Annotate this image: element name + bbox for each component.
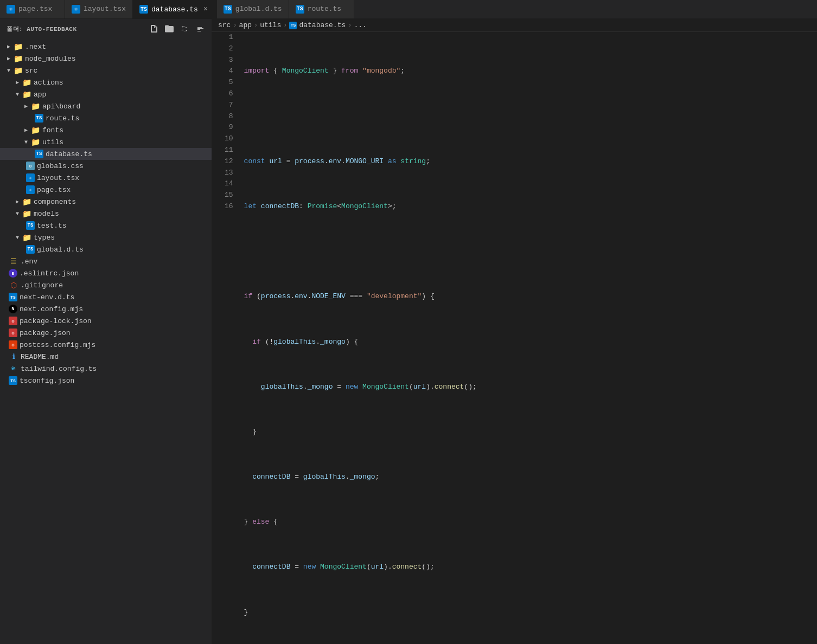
breadcrumb-sep-1: › — [233, 22, 237, 29]
tsx-icon-layout: ⚛ — [26, 173, 35, 182]
models-label: models — [34, 210, 59, 218]
sidebar-item-package-lock[interactable]: ⚙ package-lock.json — [0, 315, 212, 327]
sidebar-item-next-config[interactable]: N next.config.mjs — [0, 303, 212, 315]
database-tab-close[interactable]: × — [201, 5, 210, 14]
env-icon: ☰ — [9, 256, 18, 266]
sidebar-item-package-json[interactable]: ⚙ package.json — [0, 327, 212, 339]
folder-icon-app: 📁 — [22, 89, 31, 99]
utils-label: utils — [42, 138, 63, 146]
refresh-btn[interactable] — [179, 23, 190, 34]
app-label: app — [34, 91, 46, 99]
sidebar-item-app[interactable]: ▼ 📁 app — [0, 88, 212, 100]
sidebar-item-test-ts[interactable]: TS test.ts — [0, 220, 212, 231]
code-line-12: connectDB = new MongoClient(url).connect… — [244, 562, 817, 573]
folder-icon-types: 📁 — [22, 233, 31, 242]
main-layout: 폴더: AUTO-FEEDBACK ▶ — [0, 19, 817, 644]
sidebar-item-eslintrc[interactable]: E .eslintrc.json — [0, 267, 212, 279]
ts-icon-route: TS — [35, 114, 43, 123]
folder-icon-fonts: 📁 — [30, 125, 40, 135]
readme-label: README.md — [21, 353, 59, 361]
ts-icon-database: TS — [35, 150, 43, 158]
sidebar-item-node-modules[interactable]: ▶ 📁 node_modules — [0, 53, 212, 65]
sidebar-item-types[interactable]: ▼ 📁 types — [0, 231, 212, 243]
layout-tab-icon: ⚛ — [72, 5, 80, 14]
sidebar: 폴더: AUTO-FEEDBACK ▶ — [0, 19, 212, 644]
new-file-btn[interactable] — [149, 23, 159, 34]
line-num-11: 11 — [225, 145, 233, 156]
code-line-9: } — [244, 427, 817, 438]
route-tab-label: route.ts — [308, 5, 341, 13]
breadcrumb-utils[interactable]: utils — [260, 21, 281, 29]
chevron-right-icon: ▶ — [13, 78, 22, 87]
sidebar-item-route-ts[interactable]: TS route.ts — [0, 112, 212, 124]
fonts-label: fonts — [42, 126, 63, 134]
layout-tab-label: layout.tsx — [84, 5, 126, 13]
line-num-4: 4 — [225, 66, 233, 77]
sidebar-item-models[interactable]: ▼ 📁 models — [0, 208, 212, 220]
global-d-tab-label: global.d.ts — [235, 5, 282, 13]
page-tab-icon: ⚛ — [7, 5, 15, 14]
database-tab-label: database.ts — [151, 5, 198, 14]
sidebar-item-globals-css[interactable]: ⚙ globals.css — [0, 160, 212, 172]
tsconfig-label: tsconfig.json — [20, 377, 74, 385]
sidebar-item-next-env[interactable]: TS next-env.d.ts — [0, 291, 212, 303]
sidebar-item-tailwind[interactable]: ≋ tailwind.config.ts — [0, 363, 212, 375]
code-line-5 — [244, 246, 817, 257]
types-label: types — [34, 234, 55, 242]
sidebar-item-api-board[interactable]: ▶ 📁 api\board — [0, 100, 212, 112]
code-line-13: } — [244, 607, 817, 619]
tab-page[interactable]: ⚛ page.tsx — [0, 0, 65, 18]
code-editor[interactable]: 1 2 3 4 5 6 7 8 9 10 11 12 13 14 15 16 i… — [212, 32, 817, 644]
sidebar-item-components[interactable]: ▶ 📁 components — [0, 196, 212, 208]
sidebar-item-next[interactable]: ▶ 📁 .next — [0, 41, 212, 53]
line-num-9: 9 — [225, 122, 233, 133]
database-ts-label: database.ts — [46, 150, 92, 158]
sidebar-item-readme[interactable]: ℹ README.md — [0, 351, 212, 363]
code-line-3: const url = process.env.MONGO_URI as str… — [244, 156, 817, 168]
next-icon: N — [9, 305, 17, 313]
tab-layout[interactable]: ⚛ layout.tsx — [65, 0, 133, 18]
sidebar-item-utils[interactable]: ▼ 📁 utils — [0, 136, 212, 148]
folder-icon-utils: 📁 — [30, 137, 40, 147]
src-label: src — [25, 67, 37, 75]
code-content[interactable]: import { MongoClient } from "mongodb"; c… — [242, 32, 817, 644]
sidebar-item-src[interactable]: ▼ 📁 src — [0, 65, 212, 76]
node-modules-label: node_modules — [25, 55, 76, 63]
sidebar-item-fonts[interactable]: ▶ 📁 fonts — [0, 124, 212, 136]
line-num-13: 13 — [225, 168, 233, 179]
breadcrumb-file[interactable]: database.ts — [299, 21, 346, 29]
global-d-tab-icon: TS — [224, 5, 232, 14]
tab-bar: ⚛ page.tsx ⚛ layout.tsx TS database.ts ×… — [0, 0, 817, 19]
tab-route[interactable]: TS route.ts — [289, 0, 354, 18]
breadcrumb-ts-icon: TS — [289, 22, 297, 29]
chevron-down-icon: ▼ — [13, 233, 22, 242]
breadcrumb: src › app › utils › TS database.ts › ... — [212, 19, 817, 32]
collapse-btn[interactable] — [194, 23, 205, 34]
sidebar-item-database-ts[interactable]: TS database.ts — [0, 148, 212, 160]
sidebar-item-gitignore[interactable]: ⬡ .gitignore — [0, 279, 212, 291]
new-folder-btn[interactable] — [164, 23, 175, 34]
breadcrumb-ellipsis[interactable]: ... — [354, 21, 366, 29]
line-num-15: 15 — [225, 190, 233, 201]
breadcrumb-src[interactable]: src — [218, 21, 231, 29]
ts-icon-tsconfig: TS — [9, 376, 17, 385]
sidebar-item-page-tsx[interactable]: ⚛ page.tsx — [0, 184, 212, 196]
ts-icon-next-env: TS — [9, 293, 17, 301]
tsx-icon-page: ⚛ — [26, 185, 35, 194]
breadcrumb-app[interactable]: app — [239, 21, 252, 29]
sidebar-item-postcss[interactable]: ⚙ postcss.config.mjs — [0, 339, 212, 351]
chevron-down-icon: ▼ — [22, 138, 30, 146]
sidebar-item-global-d-ts[interactable]: TS global.d.ts — [0, 243, 212, 255]
package-json-icon: ⚙ — [9, 329, 17, 337]
line-num-16: 16 — [225, 201, 233, 212]
page-tab-label: page.tsx — [18, 5, 52, 13]
tab-global-d[interactable]: TS global.d.ts — [217, 0, 289, 18]
sidebar-item-layout-tsx[interactable]: ⚛ layout.tsx — [0, 172, 212, 184]
line-numbers: 1 2 3 4 5 6 7 8 9 10 11 12 13 14 15 16 — [212, 32, 242, 644]
gitignore-label: .gitignore — [21, 281, 63, 289]
sidebar-item-env[interactable]: ☰ .env — [0, 255, 212, 267]
sidebar-item-actions[interactable]: ▶ 📁 actions — [0, 76, 212, 88]
line-num-12: 12 — [225, 156, 233, 168]
sidebar-item-tsconfig[interactable]: TS tsconfig.json — [0, 375, 212, 387]
tab-database[interactable]: TS database.ts × — [133, 0, 217, 18]
